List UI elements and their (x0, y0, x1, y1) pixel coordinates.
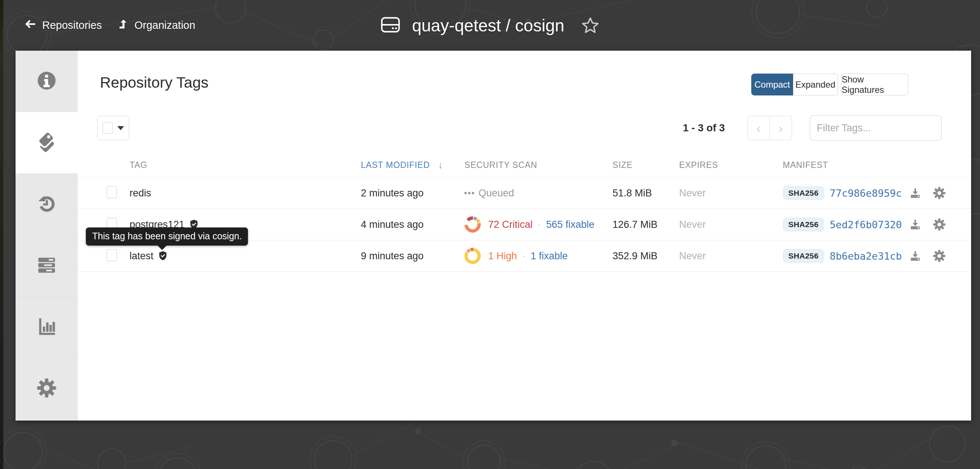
page-title: Repository Tags (100, 74, 208, 91)
repository-panel: Repository Tags Compact Expanded Show Si… (16, 51, 971, 421)
scan-fixable-link[interactable]: 565 fixable (546, 219, 594, 230)
view-toggle-group: Compact Expanded Show Signatures (751, 74, 908, 95)
repo-title: quay-qetest / cosign (412, 16, 565, 35)
next-page-button[interactable]: › (770, 116, 792, 140)
sha256-badge: SHA256 (783, 217, 824, 231)
dot-separator: · (522, 251, 525, 261)
sidebar-item-tags[interactable] (16, 112, 78, 173)
size-value: 126.7 MiB (612, 219, 679, 230)
queued-icon (465, 192, 474, 194)
tags-icon (35, 131, 58, 155)
repository-icon (380, 16, 401, 35)
tag-options-gear-icon[interactable] (932, 249, 946, 263)
select-all-checkbox[interactable] (102, 122, 113, 134)
tags-content: Repository Tags Compact Expanded Show Si… (78, 51, 971, 421)
last-modified-value: 2 minutes ago (361, 187, 465, 199)
fetch-tag-icon[interactable] (909, 218, 921, 231)
row-checkbox[interactable] (107, 186, 117, 198)
row-checkbox[interactable] (107, 249, 117, 261)
history-icon (36, 193, 57, 215)
vulnerability-donut-icon[interactable] (465, 248, 481, 264)
manifest-hash-link[interactable]: 8b6eba2e31cb (830, 250, 902, 262)
info-circle-icon (36, 70, 57, 93)
fetch-tag-icon[interactable] (909, 250, 921, 262)
caret-down-icon (117, 126, 124, 130)
cosign-signed-badge-icon[interactable] (158, 251, 168, 261)
scan-severity-link[interactable]: 1 High (488, 250, 517, 262)
tooltip-caret (157, 245, 167, 250)
bar-chart-icon (37, 317, 57, 338)
signed-tooltip-text: This tag has been signed via cosign. (92, 231, 242, 241)
sidebar-item-info[interactable] (16, 51, 78, 112)
manifest-hash-link[interactable]: 5ed2f6b07320 (830, 219, 902, 230)
manifest-hash-link[interactable]: 77c986e8959c (830, 187, 902, 199)
chevron-right-icon: › (779, 121, 783, 135)
size-value: 51.8 MiB (612, 187, 679, 199)
column-header-manifest: MANIFEST (783, 160, 949, 170)
scan-fixable-link[interactable]: 1 fixable (530, 250, 568, 262)
column-header-expires: EXPIRES (679, 160, 783, 170)
column-header-last-modified[interactable]: LAST MODIFIED ↓ (361, 159, 465, 171)
sha256-badge: SHA256 (783, 186, 824, 200)
last-modified-value: 4 minutes ago (361, 219, 465, 230)
table-row: redis 2 minutes ago Queued 51.8 MiB Neve… (78, 177, 971, 209)
app-header: Repositories Organization quay-qetest / … (0, 0, 980, 51)
compact-button[interactable]: Compact (751, 74, 793, 95)
show-signatures-button[interactable]: Show Signatures (841, 74, 908, 95)
repo-sidebar (16, 51, 78, 421)
last-modified-value: 9 minutes ago (361, 250, 465, 262)
sidebar-item-builds[interactable] (16, 235, 78, 296)
vulnerability-donut-icon[interactable] (465, 216, 481, 233)
expires-value: Never (679, 219, 783, 230)
sidebar-item-usage-logs[interactable] (16, 296, 78, 358)
scan-severity-link[interactable]: 72 Critical (488, 219, 533, 230)
tag-options-gear-icon[interactable] (932, 218, 946, 231)
gear-icon (36, 378, 57, 400)
chevron-left-icon: ‹ (756, 121, 760, 135)
star-favorite-icon[interactable] (581, 16, 600, 35)
expires-value: Never (679, 187, 783, 199)
previous-page-button[interactable]: ‹ (748, 116, 770, 140)
tag-table-body: redis 2 minutes ago Queued 51.8 MiB Neve… (78, 177, 971, 272)
pagination: ‹ › (748, 116, 792, 140)
signed-tooltip: This tag has been signed via cosign. (86, 228, 248, 246)
size-value: 352.9 MiB (612, 250, 679, 262)
expires-value: Never (679, 250, 783, 262)
sidebar-item-tag-history[interactable] (16, 173, 78, 235)
tag-name[interactable]: redis (129, 187, 151, 199)
builds-icon (37, 255, 57, 277)
table-header-row: TAG LAST MODIFIED ↓ SECURITY SCAN SIZE E… (78, 153, 971, 177)
tag-options-gear-icon[interactable] (932, 186, 946, 200)
result-count: 1 - 3 of 3 (683, 116, 725, 140)
column-header-security-scan: SECURITY SCAN (465, 160, 612, 170)
tag-name[interactable]: latest (129, 250, 154, 262)
column-header-size: SIZE (612, 160, 679, 170)
sidebar-item-settings[interactable] (16, 358, 78, 419)
scan-queued-status: Queued (465, 187, 514, 199)
dot-separator: · (538, 219, 541, 230)
select-all-dropdown[interactable] (97, 116, 129, 140)
fetch-tag-icon[interactable] (909, 187, 921, 200)
filter-tags-input[interactable] (810, 116, 942, 141)
expanded-button[interactable]: Expanded (793, 74, 838, 95)
sha256-badge: SHA256 (783, 249, 824, 263)
column-header-tag: TAG (129, 160, 361, 170)
sort-desc-icon: ↓ (438, 159, 443, 171)
